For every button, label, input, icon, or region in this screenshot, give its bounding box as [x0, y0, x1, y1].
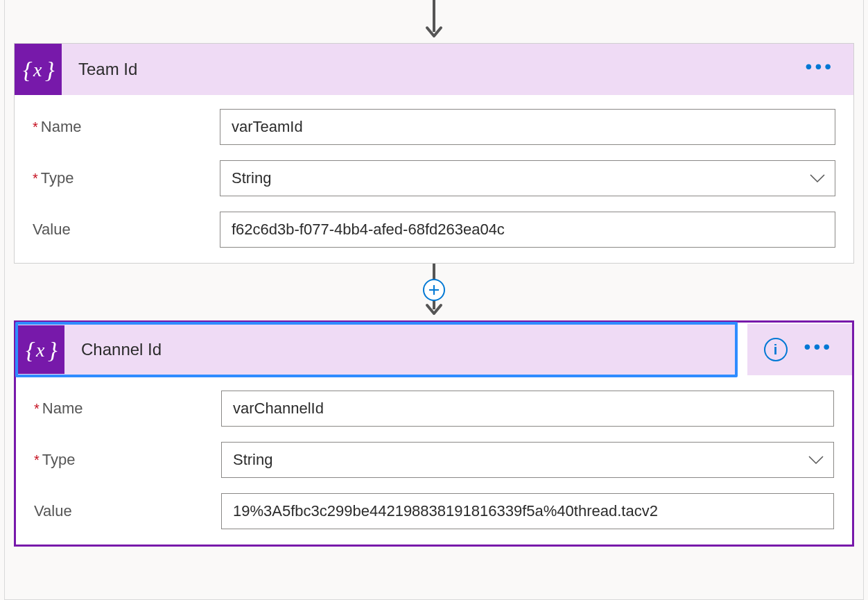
card-title: Team Id: [62, 60, 806, 79]
required-marker: *: [34, 401, 40, 417]
card-body: * Name * Type String: [16, 377, 852, 545]
more-icon[interactable]: •••: [806, 57, 834, 82]
svg-text:x: x: [35, 339, 45, 361]
svg-text:x: x: [33, 59, 42, 80]
required-marker: *: [34, 452, 40, 468]
name-input[interactable]: [221, 391, 834, 427]
add-step-button[interactable]: [423, 279, 445, 301]
type-select[interactable]: String: [220, 160, 835, 196]
card-title: Channel Id: [64, 340, 736, 359]
type-select[interactable]: String: [221, 442, 834, 478]
plus-icon: [428, 284, 440, 295]
field-label-value: Value: [33, 221, 220, 239]
svg-text:{: {: [23, 57, 33, 83]
connector-arrow-top: [0, 0, 868, 43]
required-marker: *: [33, 119, 38, 135]
name-input[interactable]: [220, 109, 835, 145]
connector-arrow-middle: [0, 264, 868, 320]
arrow-down-icon: [424, 0, 444, 43]
card-header[interactable]: { x } Channel Id: [17, 324, 736, 375]
more-icon[interactable]: •••: [804, 337, 833, 362]
variable-icon-tile: { x }: [15, 44, 62, 95]
required-marker: *: [33, 171, 38, 187]
header-right-actions: i •••: [747, 324, 852, 375]
field-label-type: * Type: [33, 169, 220, 187]
variable-icon: { x }: [21, 55, 55, 83]
variable-icon-tile: { x }: [17, 325, 64, 374]
field-label-type: * Type: [34, 451, 221, 469]
svg-text:{: {: [26, 337, 35, 363]
card-header[interactable]: { x } Team Id •••: [15, 44, 853, 95]
field-label-name: * Name: [33, 118, 220, 136]
action-card-team-id: { x } Team Id ••• * Name: [14, 43, 854, 264]
field-label-value: Value: [34, 502, 221, 520]
svg-text:}: }: [45, 57, 55, 83]
value-input[interactable]: [220, 212, 835, 248]
info-icon[interactable]: i: [764, 338, 788, 361]
value-input[interactable]: [221, 493, 834, 529]
svg-text:}: }: [48, 337, 58, 363]
card-body: * Name * Type String: [15, 95, 853, 263]
field-label-name: * Name: [34, 400, 221, 418]
action-card-channel-id: { x } Channel Id i ••• * Name: [14, 320, 854, 547]
variable-icon: { x }: [24, 336, 58, 363]
